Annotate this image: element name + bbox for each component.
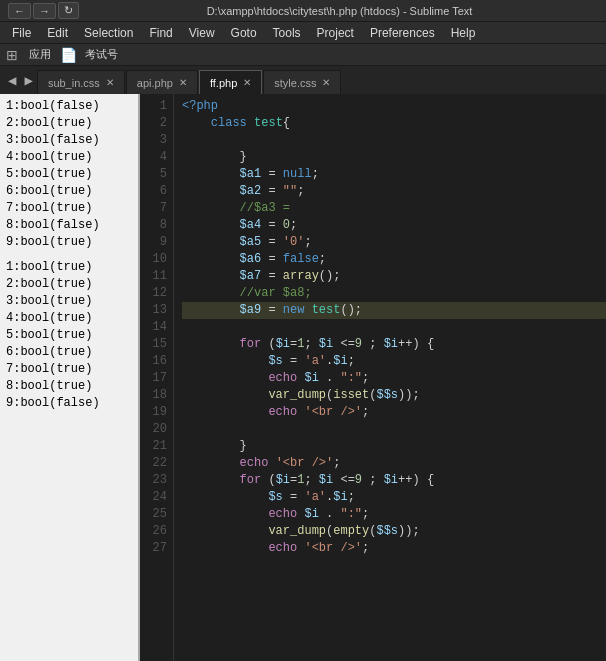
- line-number: 9: [140, 234, 167, 251]
- line-number: 19: [140, 404, 167, 421]
- output-line: 5:bool(true): [6, 166, 132, 183]
- code-line: $a1 = null;: [182, 166, 606, 183]
- tab-close-style-css[interactable]: ✕: [322, 77, 330, 88]
- title-bar: ← → ↻ D:\xampp\htdocs\citytest\h.php (ht…: [0, 0, 606, 22]
- line-number: 4: [140, 149, 167, 166]
- code-line: $s = 'a'.$i;: [182, 353, 606, 370]
- code-line: $a6 = false;: [182, 251, 606, 268]
- output-line: 4:bool(true): [6, 149, 132, 166]
- code-line: [182, 319, 606, 336]
- code-line: echo '<br />';: [182, 540, 606, 557]
- line-number: 11: [140, 268, 167, 285]
- apps-bookmark[interactable]: 应用: [24, 46, 56, 63]
- line-number: 5: [140, 166, 167, 183]
- menu-edit[interactable]: Edit: [39, 24, 76, 42]
- output-line: 3:bool(true): [6, 293, 132, 310]
- refresh-button[interactable]: ↻: [58, 2, 79, 19]
- line-number: 1: [140, 98, 167, 115]
- line-number: 22: [140, 455, 167, 472]
- menu-preferences[interactable]: Preferences: [362, 24, 443, 42]
- tab-bar: ◀ ▶ sub_in.css ✕ api.php ✕ ff.php ✕ styl…: [0, 66, 606, 94]
- menu-tools[interactable]: Tools: [265, 24, 309, 42]
- line-number: 27: [140, 540, 167, 557]
- output-line: 3:bool(false): [6, 132, 132, 149]
- menu-view[interactable]: View: [181, 24, 223, 42]
- code-line: //var $a8;: [182, 285, 606, 302]
- tab-nav-right[interactable]: ▶: [20, 72, 36, 89]
- output-line: 2:bool(true): [6, 115, 132, 132]
- title-bar-title: D:\xampp\htdocs\citytest\h.php (htdocs) …: [81, 5, 598, 17]
- line-number: 2: [140, 115, 167, 132]
- output-line: 9:bool(false): [6, 395, 132, 412]
- output-line: 5:bool(true): [6, 327, 132, 344]
- line-number: 25: [140, 506, 167, 523]
- output-line: 8:bool(false): [6, 217, 132, 234]
- tab-close-sub-in-css[interactable]: ✕: [106, 77, 114, 88]
- forward-button[interactable]: →: [33, 3, 56, 19]
- code-area[interactable]: <?php class test{ } $a1 = null; $a2 = ""…: [174, 94, 606, 661]
- code-line: $a4 = 0;: [182, 217, 606, 234]
- code-line: for ($i=1; $i <=9 ; $i++) {: [182, 336, 606, 353]
- menu-help[interactable]: Help: [443, 24, 484, 42]
- tab-nav-left[interactable]: ◀: [4, 72, 20, 89]
- exam-bookmark[interactable]: 考试号: [80, 46, 123, 63]
- code-line: echo $i . ":";: [182, 370, 606, 387]
- tab-close-api-php[interactable]: ✕: [179, 77, 187, 88]
- code-line: //$a3 =: [182, 200, 606, 217]
- code-line: var_dump(isset($$s));: [182, 387, 606, 404]
- code-line: for ($i=1; $i <=9 ; $i++) {: [182, 472, 606, 489]
- tab-api-php[interactable]: api.php ✕: [126, 70, 198, 94]
- code-line: }: [182, 438, 606, 455]
- menu-project[interactable]: Project: [309, 24, 362, 42]
- code-line: echo '<br />';: [182, 455, 606, 472]
- output-line: 7:bool(true): [6, 200, 132, 217]
- output-line: 4:bool(true): [6, 310, 132, 327]
- code-line: [182, 132, 606, 149]
- line-number: 23: [140, 472, 167, 489]
- line-numbers: 1234567891011121314151617181920212223242…: [140, 94, 174, 661]
- menu-find[interactable]: Find: [141, 24, 180, 42]
- line-number: 8: [140, 217, 167, 234]
- code-line: $a2 = "";: [182, 183, 606, 200]
- menu-goto[interactable]: Goto: [223, 24, 265, 42]
- code-line: $a9 = new test();: [182, 302, 606, 319]
- code-line: [182, 421, 606, 438]
- line-number: 17: [140, 370, 167, 387]
- page-icon[interactable]: 📄: [60, 47, 76, 63]
- line-number: 18: [140, 387, 167, 404]
- code-line: class test{: [182, 115, 606, 132]
- line-number: 21: [140, 438, 167, 455]
- editor-content: 1234567891011121314151617181920212223242…: [140, 94, 606, 661]
- code-line: $s = 'a'.$i;: [182, 489, 606, 506]
- menu-selection[interactable]: Selection: [76, 24, 141, 42]
- tab-ff-php[interactable]: ff.php ✕: [199, 70, 262, 94]
- code-line: $a5 = '0';: [182, 234, 606, 251]
- output-line: 8:bool(true): [6, 378, 132, 395]
- line-number: 12: [140, 285, 167, 302]
- line-number: 13: [140, 302, 167, 319]
- output-line: 6:bool(true): [6, 183, 132, 200]
- editor-area: 1234567891011121314151617181920212223242…: [140, 94, 606, 661]
- line-number: 26: [140, 523, 167, 540]
- code-line: echo $i . ":";: [182, 506, 606, 523]
- tab-sub-in-css[interactable]: sub_in.css ✕: [37, 70, 125, 94]
- tab-close-ff-php[interactable]: ✕: [243, 77, 251, 88]
- toolbar-bar: ⊞ 应用 📄 考试号: [0, 44, 606, 66]
- code-line: echo '<br />';: [182, 404, 606, 421]
- line-number: 15: [140, 336, 167, 353]
- apps-icon[interactable]: ⊞: [4, 47, 20, 63]
- menu-file[interactable]: File: [4, 24, 39, 42]
- apps-label: 应用: [29, 47, 51, 62]
- tab-style-css[interactable]: style.css ✕: [263, 70, 341, 94]
- output-line: 2:bool(true): [6, 276, 132, 293]
- main-area: 1:bool(false)2:bool(true)3:bool(false)4:…: [0, 94, 606, 661]
- back-button[interactable]: ←: [8, 3, 31, 19]
- line-number: 7: [140, 200, 167, 217]
- line-number: 14: [140, 319, 167, 336]
- line-number: 6: [140, 183, 167, 200]
- output-line: 1:bool(false): [6, 98, 132, 115]
- line-number: 10: [140, 251, 167, 268]
- line-number: 24: [140, 489, 167, 506]
- menu-bar: File Edit Selection Find View Goto Tools…: [0, 22, 606, 44]
- output-line: 6:bool(true): [6, 344, 132, 361]
